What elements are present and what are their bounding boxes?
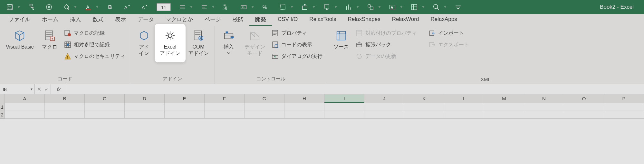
- tab-挿入[interactable]: 挿入: [64, 14, 87, 26]
- bold-icon[interactable]: B: [104, 1, 116, 13]
- column-header[interactable]: F: [205, 94, 245, 103]
- font-size-input[interactable]: 11: [157, 3, 171, 11]
- ruby-icon[interactable]: ab漢: [220, 1, 232, 13]
- clear-icon[interactable]: [43, 1, 55, 13]
- column-header[interactable]: H: [284, 94, 324, 103]
- textbox-icon[interactable]: A: [387, 1, 398, 13]
- chevron-down-icon[interactable]: ▼: [30, 87, 33, 91]
- tab-RelaxWord[interactable]: RelaxWord: [386, 14, 425, 26]
- tab-データ[interactable]: データ: [132, 14, 160, 26]
- cancel-icon[interactable]: ✕: [37, 86, 41, 92]
- cell[interactable]: [604, 111, 644, 119]
- merge-dropdown-icon[interactable]: [251, 1, 254, 13]
- export-button[interactable]: エクスポート: [427, 41, 471, 49]
- shapes-dropdown-icon[interactable]: [378, 1, 381, 13]
- cell[interactable]: [45, 111, 85, 119]
- insert-cells-dropdown-icon[interactable]: [312, 1, 315, 13]
- cell[interactable]: [205, 111, 245, 119]
- fx-icon[interactable]: fx: [51, 84, 67, 94]
- align-horizontal-icon[interactable]: [177, 1, 188, 13]
- borders-dropdown-icon[interactable]: [291, 1, 293, 13]
- cell[interactable]: [245, 103, 284, 111]
- column-header[interactable]: C: [85, 94, 125, 103]
- column-header[interactable]: O: [564, 94, 604, 103]
- row-header[interactable]: 1: [0, 103, 5, 111]
- merge-icon[interactable]: [238, 1, 249, 13]
- relative-refs-button[interactable]: 相対参照で記録: [62, 41, 127, 49]
- tab-校閲[interactable]: 校閲: [227, 14, 249, 26]
- chart-icon[interactable]: [343, 1, 354, 13]
- addins-button[interactable]: アド イン: [133, 27, 155, 59]
- cell[interactable]: [324, 111, 364, 119]
- tab-ファイル[interactable]: ファイル: [3, 14, 36, 26]
- insert-control-button[interactable]: 挿入: [217, 27, 240, 57]
- cell[interactable]: [5, 103, 45, 111]
- zoom-dropdown-icon[interactable]: [444, 1, 447, 13]
- cell[interactable]: [484, 103, 524, 111]
- cell[interactable]: [5, 111, 45, 119]
- cell[interactable]: [85, 103, 125, 111]
- cell[interactable]: [245, 111, 284, 119]
- align-vertical-icon[interactable]: [198, 1, 210, 13]
- percent-icon[interactable]: %: [260, 1, 271, 13]
- column-header[interactable]: D: [125, 94, 165, 103]
- cell[interactable]: [484, 111, 524, 119]
- cell[interactable]: [404, 111, 444, 119]
- import-button[interactable]: インポート: [427, 29, 471, 37]
- tab-RelaxShapes[interactable]: RelaxShapes: [342, 14, 386, 26]
- delete-cells-dropdown-icon[interactable]: [334, 1, 337, 13]
- cell[interactable]: [364, 111, 404, 119]
- cell[interactable]: [564, 103, 604, 111]
- record-macro-button[interactable]: マクロの記録: [62, 29, 127, 37]
- column-header[interactable]: J: [364, 94, 404, 103]
- com-addins-button[interactable]: COM アドイン: [185, 27, 212, 59]
- column-header[interactable]: P: [604, 94, 644, 103]
- column-header[interactable]: A: [5, 94, 45, 103]
- cell[interactable]: [364, 103, 404, 111]
- formula-input[interactable]: [67, 84, 644, 94]
- chart-dropdown-icon[interactable]: [356, 1, 359, 13]
- font-color-dropdown-icon[interactable]: [96, 1, 99, 13]
- align-h-dropdown-icon[interactable]: [190, 1, 193, 13]
- column-header[interactable]: I: [324, 94, 364, 103]
- textbox-dropdown-icon[interactable]: [400, 1, 403, 13]
- column-header[interactable]: E: [165, 94, 205, 103]
- cell[interactable]: [404, 103, 444, 111]
- borders-icon[interactable]: [277, 1, 289, 13]
- cell[interactable]: [165, 103, 205, 111]
- excel-addins-button[interactable]: Excel アドイン: [157, 27, 184, 59]
- save-icon[interactable]: [4, 1, 15, 13]
- qat-dropdown-icon[interactable]: [17, 1, 20, 13]
- cell[interactable]: [125, 103, 165, 111]
- enter-icon[interactable]: ✓: [44, 86, 49, 92]
- cell[interactable]: [45, 103, 85, 111]
- tab-開発[interactable]: 開発: [249, 14, 272, 26]
- design-mode-button[interactable]: デザイン モード: [241, 27, 268, 59]
- cell[interactable]: [324, 103, 364, 111]
- cell[interactable]: [604, 103, 644, 111]
- zoom-icon[interactable]: [430, 1, 442, 13]
- delete-cells-icon[interactable]: [321, 1, 332, 13]
- cell[interactable]: [524, 111, 564, 119]
- format-painter-icon[interactable]: [26, 1, 37, 13]
- map-properties-button[interactable]: 対応付けのプロパティ: [354, 29, 419, 37]
- decrease-font-icon[interactable]: A: [139, 1, 151, 13]
- name-box[interactable]: I8 ▼: [0, 84, 35, 94]
- source-button[interactable]: ソース: [330, 27, 352, 53]
- cell[interactable]: [284, 111, 324, 119]
- cell[interactable]: [524, 103, 564, 111]
- row-header[interactable]: 2: [0, 111, 5, 119]
- cell[interactable]: [85, 111, 125, 119]
- cell[interactable]: [564, 111, 604, 119]
- cell[interactable]: [444, 111, 484, 119]
- column-header[interactable]: L: [444, 94, 484, 103]
- column-header[interactable]: N: [524, 94, 564, 103]
- cell[interactable]: [125, 111, 165, 119]
- freeze-dropdown-icon[interactable]: [422, 1, 425, 13]
- select-all-corner[interactable]: [0, 94, 5, 103]
- run-dialog-button[interactable]: ダイアログの実行: [270, 52, 324, 60]
- cell[interactable]: [284, 103, 324, 111]
- cell[interactable]: [205, 103, 245, 111]
- visual-basic-button[interactable]: Visual Basic: [3, 27, 37, 53]
- qat-customize-icon[interactable]: [452, 1, 464, 13]
